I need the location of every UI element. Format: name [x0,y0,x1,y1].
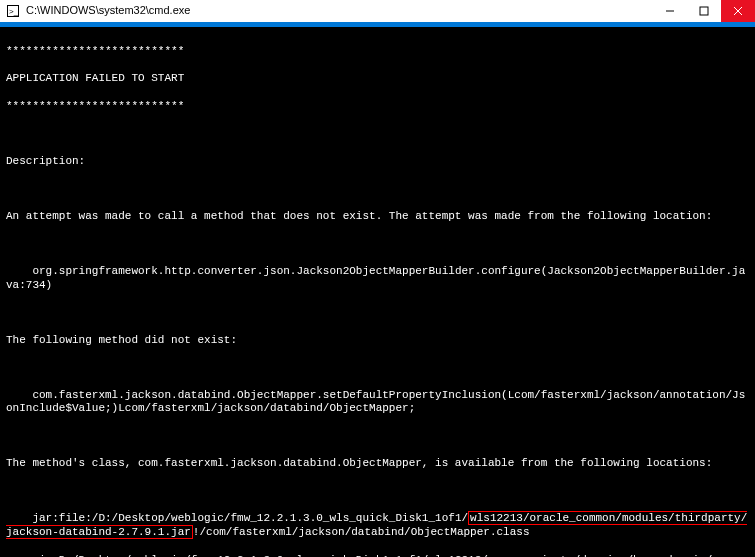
text-line: An attempt was made to call a method tha… [6,210,749,224]
text-line: org.springframework.http.converter.json.… [6,265,749,293]
text-line: *************************** [6,100,749,114]
text-line: The method's class, com.fasterxml.jackso… [6,457,749,471]
console-output: *************************** APPLICATION … [0,27,755,557]
titlebar: >_ C:\WINDOWS\system32\cmd.exe [0,0,755,22]
text-line: com.fasterxml.jackson.databind.ObjectMap… [6,389,749,417]
cmd-icon: >_ [6,4,20,18]
zip-location-line: zip:D:/Desktop/weblogic/fmw_12.2.1.3.0_w… [6,554,749,558]
maximize-button[interactable] [687,0,721,22]
text-line: APPLICATION FAILED TO START [6,72,749,86]
text-line: Description: [6,155,749,169]
minimize-button[interactable] [653,0,687,22]
text: zip:D:/Desktop/weblogic/fmw_12.2.1.3.0_w… [6,554,745,558]
close-button[interactable] [721,0,755,22]
svg-text:>_: >_ [9,7,19,16]
text: !/com/fasterxml/jackson/databind/ObjectM… [193,526,530,538]
text-line: *************************** [6,45,749,59]
text: jar:file:/D:/Desktop/weblogic/fmw_12.2.1… [6,512,468,524]
svg-rect-4 [700,7,708,15]
jar-location-line: jar:file:/D:/Desktop/weblogic/fmw_12.2.1… [6,512,749,540]
text-line: The following method did not exist: [6,334,749,348]
window-title: C:\WINDOWS\system32\cmd.exe [26,4,653,18]
